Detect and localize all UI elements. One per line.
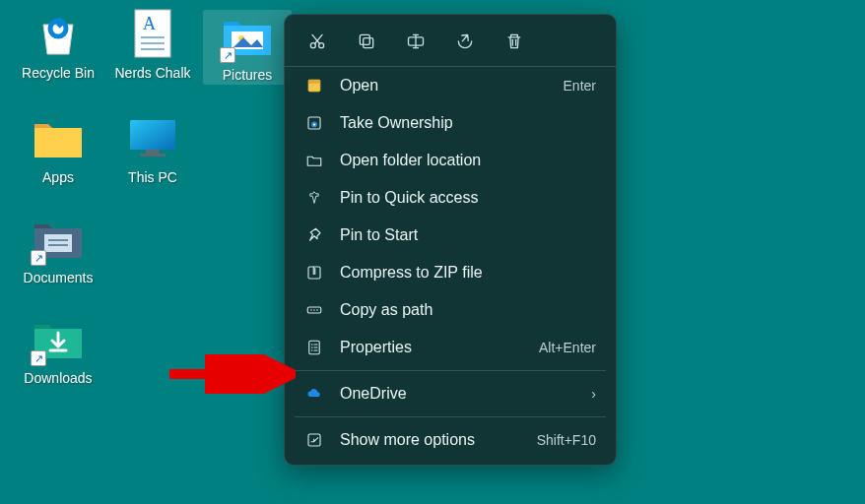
desktop-icon-label: Recycle Bin [22, 65, 95, 81]
menu-separator [295, 370, 606, 371]
menu-item-onedrive[interactable]: OneDrive › [285, 375, 616, 412]
menu-item-label: Pin to Start [340, 226, 596, 244]
desktop-icon-this-pc[interactable]: This PC [108, 114, 197, 185]
context-menu-toolbar [285, 15, 616, 67]
svg-point-36 [311, 349, 313, 351]
menu-item-shortcut: Shift+F10 [537, 432, 596, 448]
menu-item-pin-to-quick-access[interactable]: Pin to Quick access [285, 179, 616, 217]
svg-rect-9 [146, 150, 160, 154]
menu-item-label: Properties [340, 339, 539, 356]
svg-rect-18 [360, 34, 369, 44]
desktop-icon-pictures[interactable]: ↗ Pictures [203, 10, 292, 85]
menu-item-label: Show more options [340, 431, 537, 449]
apps-icon [31, 114, 86, 165]
menu-item-label: Pin to Quick access [340, 189, 596, 207]
menu-item-show-more-options[interactable]: Show more options Shift+F10 [285, 421, 616, 459]
onedrive-icon [304, 384, 324, 404]
svg-rect-28 [308, 267, 320, 279]
svg-rect-10 [140, 154, 166, 157]
pin-icon [304, 188, 324, 208]
desktop-icon-apps[interactable]: Apps [14, 114, 102, 185]
copy-icon[interactable] [356, 31, 377, 52]
svg-rect-11 [44, 234, 72, 252]
menu-item-label: Take Ownership [340, 114, 596, 132]
this-pc-icon [126, 114, 179, 165]
menu-item-shortcut: Enter [564, 78, 596, 94]
menu-item-label: Open folder location [340, 152, 596, 169]
zip-icon [304, 263, 324, 283]
menu-item-label: Compress to ZIP file [340, 264, 596, 282]
shortcut-overlay-icon: ↗ [31, 350, 46, 366]
menu-item-take-ownership[interactable]: Take Ownership [285, 104, 616, 142]
menu-item-open[interactable]: Open Enter [285, 67, 616, 104]
folder-icon [304, 151, 324, 170]
svg-rect-24 [308, 80, 320, 84]
menu-item-label: Open [340, 77, 564, 94]
pictures-icon: ↗ [220, 12, 275, 63]
shortcut-overlay-icon: ↗ [31, 250, 46, 266]
desktop-icon-label: Downloads [24, 370, 92, 386]
svg-point-32 [316, 309, 318, 311]
open-icon [304, 76, 324, 95]
svg-point-34 [311, 344, 313, 346]
path-icon [304, 300, 324, 320]
documents-icon: ↗ [31, 215, 86, 266]
chevron-right-icon: › [591, 386, 596, 402]
delete-icon[interactable] [503, 31, 525, 52]
downloads-icon: ↗ [31, 315, 86, 366]
svg-point-27 [313, 123, 315, 125]
shortcut-overlay-icon: ↗ [220, 47, 235, 63]
desktop-icon-downloads[interactable]: ↗ Downloads [14, 315, 102, 386]
menu-separator [295, 416, 606, 417]
owner-icon [304, 113, 324, 133]
pin2-icon [304, 225, 324, 245]
rename-icon[interactable] [405, 31, 427, 52]
menu-item-shortcut: Alt+Enter [539, 340, 596, 355]
nerds-chalk-icon: A [131, 8, 174, 63]
context-menu: Open Enter Take Ownership Open folder lo… [284, 14, 617, 466]
svg-rect-17 [364, 38, 373, 48]
desktop-icon-label: Apps [42, 169, 74, 185]
desktop-icon-documents[interactable]: ↗ Documents [14, 215, 102, 285]
menu-item-pin-to-start[interactable]: Pin to Start [285, 217, 616, 254]
svg-point-35 [311, 346, 313, 348]
menu-item-label: Copy as path [340, 301, 596, 319]
svg-rect-8 [130, 120, 175, 150]
svg-point-30 [310, 309, 312, 311]
desktop-icon-label: Pictures [223, 67, 273, 83]
more-icon [304, 430, 324, 450]
desktop-icon-label: Nerds Chalk [114, 65, 190, 81]
share-icon[interactable] [454, 31, 476, 52]
svg-text:A: A [143, 14, 156, 33]
menu-item-copy-as-path[interactable]: Copy as path [285, 291, 616, 329]
recycle-bin-icon [33, 9, 83, 62]
menu-item-label: OneDrive [340, 385, 591, 403]
cut-icon[interactable] [306, 31, 328, 52]
menu-item-open-folder-location[interactable]: Open folder location [285, 142, 616, 179]
svg-point-31 [313, 309, 315, 311]
desktop-icon-label: This PC [128, 169, 177, 185]
desktop-icon-nerds-chalk[interactable]: A Nerds Chalk [108, 10, 197, 85]
desktop-icon-recycle-bin[interactable]: Recycle Bin [14, 10, 102, 85]
annotation-arrow [167, 354, 296, 394]
menu-item-compress-to-zip-file[interactable]: Compress to ZIP file [285, 254, 616, 291]
menu-item-properties[interactable]: Properties Alt+Enter [285, 329, 616, 366]
props-icon [304, 338, 324, 357]
desktop-icon-label: Documents [24, 270, 94, 285]
